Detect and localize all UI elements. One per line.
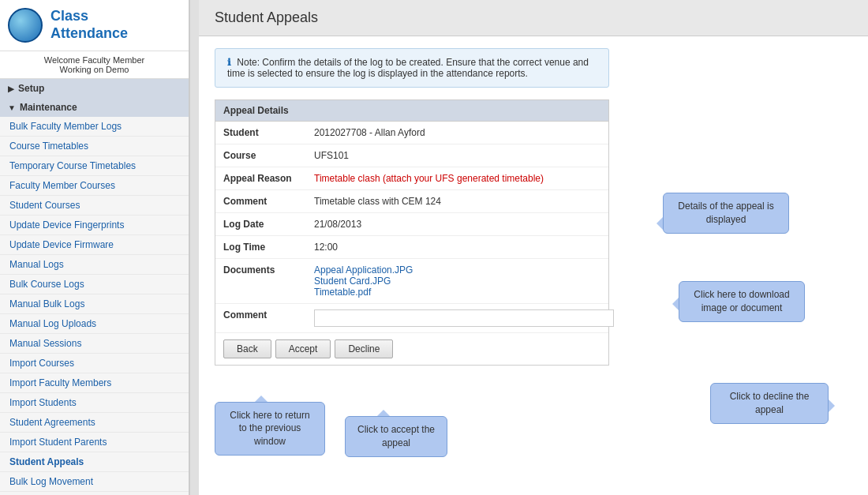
maintenance-arrow-icon: ▼ xyxy=(8,103,16,112)
sidebar-item-update-fingerprints[interactable]: Update Device Fingerprints xyxy=(0,216,189,235)
comment-static-label: Comment xyxy=(215,193,310,209)
info-icon: ℹ xyxy=(227,57,231,68)
sidebar: Class Attendance Welcome Faculty Member … xyxy=(0,0,189,495)
student-label: Student xyxy=(215,125,310,141)
sidebar-item-bulk-faculty[interactable]: Bulk Faculty Member Logs xyxy=(0,117,189,137)
callout-download: Click here to download image or document xyxy=(679,281,805,322)
setup-arrow-icon: ▶ xyxy=(8,84,14,93)
sidebar-item-import-students[interactable]: Import Students xyxy=(0,393,189,413)
log-date-label: Log Date xyxy=(215,216,310,232)
student-row: Student 2012027708 - Allan Ayford xyxy=(215,122,608,144)
page-header: Student Appeals xyxy=(199,0,868,36)
documents-value: Appeal Application.JPG Student Card.JPG … xyxy=(310,262,417,300)
callout-details: Details of the appeal is displayed xyxy=(663,193,789,234)
doc3-link[interactable]: Timetable.pdf xyxy=(314,287,413,298)
sidebar-item-temp-course-timetables[interactable]: Temporary Course Timetables xyxy=(0,156,189,176)
sidebar-item-student-appeals[interactable]: Student Appeals xyxy=(0,452,189,472)
reason-row: Appeal Reason Timetable clash (attach yo… xyxy=(215,167,608,190)
sidebar-item-manual-log-uploads[interactable]: Manual Log Uploads xyxy=(0,314,189,334)
comment-input-row: Comment xyxy=(215,304,608,333)
content-area: ℹ Note: Confirm the details of the log t… xyxy=(199,36,868,495)
app-header: Class Attendance xyxy=(0,0,189,51)
callout-accept: Click to accept the appeal xyxy=(345,416,447,457)
sidebar-item-manual-bulk-logs[interactable]: Manual Bulk Logs xyxy=(0,294,189,314)
decline-button[interactable]: Decline xyxy=(335,339,393,358)
documents-label: Documents xyxy=(215,262,310,300)
welcome-text: Welcome Faculty Member Working on Demo xyxy=(0,51,189,79)
sidebar-item-import-faculty[interactable]: Import Faculty Members xyxy=(0,373,189,393)
sidebar-item-update-firmware[interactable]: Update Device Firmware xyxy=(0,235,189,255)
sidebar-item-bulk-course-logs[interactable]: Bulk Course Logs xyxy=(0,275,189,294)
callout-accept-text: Click to accept the appeal xyxy=(357,424,435,448)
log-time-label: Log Time xyxy=(215,239,310,255)
appeal-table: Appeal Details Student 2012027708 - Alla… xyxy=(215,99,609,366)
app-title-block: Class Attendance xyxy=(51,8,128,42)
log-date-row: Log Date 21/08/2013 xyxy=(215,213,608,236)
log-time-row: Log Time 12:00 xyxy=(215,236,608,259)
reason-value: Timetable clash (attach your UFS generat… xyxy=(310,171,548,186)
app-logo xyxy=(8,8,43,43)
appeal-table-header: Appeal Details xyxy=(215,100,608,122)
note-box: ℹ Note: Confirm the details of the log t… xyxy=(215,48,609,88)
sidebar-item-import-parents[interactable]: Import Student Parents xyxy=(0,433,189,452)
page-title: Student Appeals xyxy=(215,9,852,26)
sidebar-item-student-courses[interactable]: Student Courses xyxy=(0,196,189,216)
student-value: 2012027708 - Allan Ayford xyxy=(310,125,429,141)
sidebar-item-faculty-member-courses[interactable]: Faculty Member Courses xyxy=(0,176,189,196)
callout-download-text: Click here to download image or document xyxy=(694,289,789,313)
back-button[interactable]: Back xyxy=(223,339,271,358)
doc2-link[interactable]: Student Card.JPG xyxy=(314,276,413,287)
sidebar-item-manual-logs[interactable]: Manual Logs xyxy=(0,255,189,275)
maintenance-group[interactable]: ▼ Maintenance xyxy=(0,98,189,117)
setup-label: Setup xyxy=(18,83,44,94)
maintenance-label: Maintenance xyxy=(20,102,77,113)
log-date-value: 21/08/2013 xyxy=(310,216,365,232)
comment-field-label: Comment xyxy=(215,307,310,329)
comment-field-wrapper xyxy=(310,307,618,329)
course-row: Course UFS101 xyxy=(215,144,608,167)
log-time-value: 12:00 xyxy=(310,239,342,255)
app-title-line1: Class xyxy=(51,8,128,25)
doc1-link[interactable]: Appeal Application.JPG xyxy=(314,264,413,276)
main-content: Student Appeals ℹ Note: Confirm the deta… xyxy=(199,0,868,495)
setup-group[interactable]: ▶ Setup xyxy=(0,79,189,98)
callout-details-text: Details of the appeal is displayed xyxy=(678,201,773,225)
callout-decline: Click to decline the appeal xyxy=(710,383,829,424)
sidebar-item-course-timetables[interactable]: Course Timetables xyxy=(0,137,189,156)
callout-back-text: Click here to return to the previous win… xyxy=(230,410,309,448)
sidebar-item-manual-sessions[interactable]: Manual Sessions xyxy=(0,334,189,354)
reason-label: Appeal Reason xyxy=(215,171,310,186)
documents-row: Documents Appeal Application.JPG Student… xyxy=(215,259,608,304)
sidebar-item-student-agreements[interactable]: Student Agreements xyxy=(0,413,189,433)
note-text: Note: Confirm the details of the log to … xyxy=(227,57,589,79)
callout-decline-text: Click to decline the appeal xyxy=(730,391,810,415)
sidebar-item-bulk-log-movement[interactable]: Bulk Log Movement xyxy=(0,472,189,492)
callout-back: Click here to return to the previous win… xyxy=(215,402,325,456)
course-value: UFS101 xyxy=(310,148,353,163)
course-label: Course xyxy=(215,148,310,163)
app-title-line2: Attendance xyxy=(51,25,128,43)
comment-static-value: Timetable class with CEM 124 xyxy=(310,193,445,209)
comment-row: Comment Timetable class with CEM 124 xyxy=(215,190,608,213)
accept-button[interactable]: Accept xyxy=(275,339,331,358)
scrollbar[interactable] xyxy=(189,0,199,495)
nav-section: ▶ Setup ▼ Maintenance Bulk Faculty Membe… xyxy=(0,79,189,492)
button-row: Back Accept Decline xyxy=(215,333,608,365)
comment-input[interactable] xyxy=(314,309,614,327)
sidebar-item-import-courses[interactable]: Import Courses xyxy=(0,354,189,373)
